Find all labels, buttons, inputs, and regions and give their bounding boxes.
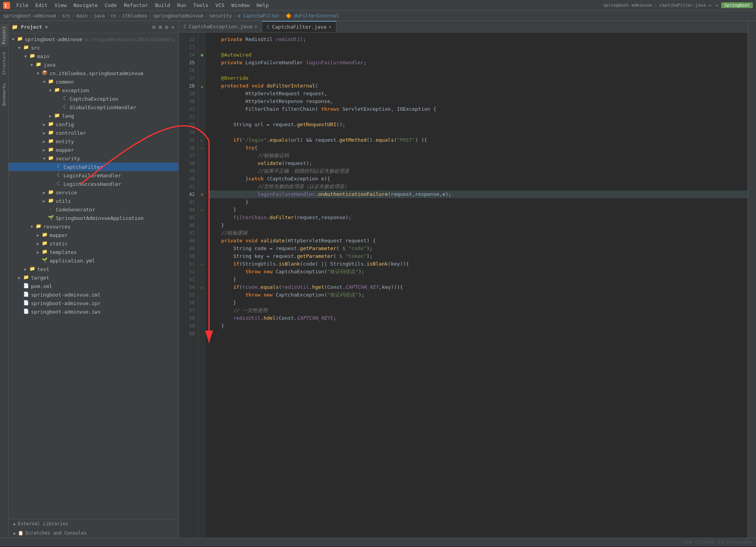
loginsuccesshandler-class-icon: C bbox=[55, 181, 62, 187]
tree-item-java[interactable]: ▼ 📁 java bbox=[9, 60, 178, 69]
menu-window[interactable]: Window bbox=[228, 0, 253, 10]
breadcrumb-cn[interactable]: cn bbox=[111, 13, 116, 19]
menu-vcs[interactable]: VCS bbox=[212, 0, 227, 10]
tree-item-common[interactable]: ▼ 📁 common bbox=[9, 77, 178, 86]
gear-icon[interactable]: ⚙ bbox=[164, 23, 169, 31]
tree-item-pom-xml[interactable]: 📄 pom.xml bbox=[9, 282, 178, 290]
tree-item-package[interactable]: ▼ 📦 cn.itbluebox.springbootadminvue bbox=[9, 69, 178, 77]
captchafilter-class-icon: C bbox=[55, 164, 62, 170]
tree-item-resources[interactable]: ▼ 📁 resources bbox=[9, 222, 178, 231]
tree-label-utils: utils bbox=[56, 198, 71, 204]
code-line-51: if(StringUtils.isBlank(code) || StringUt… bbox=[209, 260, 747, 268]
breadcrumb-itbluebox[interactable]: itbluebox bbox=[122, 13, 147, 19]
close-sidebar-btn[interactable]: ✕ bbox=[171, 23, 175, 31]
tree-item-resources-mapper[interactable]: ▶ 📁 mapper bbox=[9, 231, 178, 239]
tree-item-captchaexception[interactable]: C CaptchaException bbox=[9, 94, 178, 103]
bookmarks-tab[interactable]: Bookmarks bbox=[0, 81, 8, 108]
breadcrumb-project[interactable]: springboot-adminvue bbox=[3, 13, 56, 19]
collapse-all-btn[interactable]: ⊟ bbox=[151, 23, 156, 31]
tree-item-iml[interactable]: 📄 springboot-adminvue.iml bbox=[9, 290, 178, 299]
tab-captchaexception[interactable]: C CaptchaException.java ✕ bbox=[179, 21, 262, 32]
menu-code[interactable]: Code bbox=[102, 0, 120, 10]
menu-help[interactable]: Help bbox=[254, 0, 272, 10]
tree-item-static[interactable]: ▶ 📁 static bbox=[9, 239, 178, 248]
code-line-59: } bbox=[209, 322, 747, 330]
code-editor[interactable]: 22 23 24 25 26 27 28 29 30 31 32 33 34 3… bbox=[179, 33, 747, 538]
tree-item-loginsuccesshandler[interactable]: C LoginSuccessHandler bbox=[9, 180, 178, 188]
tab-captchafilter[interactable]: C CaptchaFilter.java ✕ bbox=[262, 21, 336, 32]
tab-captchaexception-close[interactable]: ✕ bbox=[255, 24, 257, 29]
tree-item-utils[interactable]: ▶ 📁 utils bbox=[9, 197, 178, 205]
tree-label-templates: templates bbox=[50, 249, 77, 255]
tree-item-ipr[interactable]: 📄 springboot-adminvue.ipr bbox=[9, 299, 178, 307]
breadcrumb-src[interactable]: src bbox=[62, 13, 71, 19]
common-folder-icon: 📁 bbox=[47, 79, 54, 85]
tree-item-iws[interactable]: 📄 springboot-adminvue.iws bbox=[9, 307, 178, 316]
menu-view[interactable]: View bbox=[51, 0, 70, 10]
gutter-line42-icon: ⊙ bbox=[198, 190, 206, 198]
tree-item-lang[interactable]: ▶ 📁 lang bbox=[9, 111, 178, 120]
tree-item-src[interactable]: ▼ 📁 src bbox=[9, 43, 178, 52]
tree-item-templates[interactable]: ▶ 📁 templates bbox=[9, 248, 178, 256]
tree-item-globalexception[interactable]: C GlobalExceptionHandler bbox=[9, 103, 178, 111]
tree-item-springbootapp[interactable]: 🌱 SpringbootAdminvueApplication bbox=[9, 214, 178, 222]
menu-build[interactable]: Build bbox=[152, 0, 173, 10]
project-icon: 📁 bbox=[16, 36, 23, 42]
external-libraries-panel[interactable]: ▶ External Libraries bbox=[9, 519, 178, 528]
globalexception-class-icon: C bbox=[61, 104, 68, 110]
structure-tab[interactable]: Structure bbox=[0, 50, 8, 77]
menu-run[interactable]: Run bbox=[174, 0, 189, 10]
tree-label-target: target bbox=[31, 275, 49, 281]
tree-item-exception[interactable]: ▼ 📁 exception bbox=[9, 86, 178, 94]
tree-item-controller[interactable]: ▶ 📁 controller bbox=[9, 129, 178, 137]
tree-item-service[interactable]: ▶ 📁 service bbox=[9, 188, 178, 197]
project-tab[interactable]: Project bbox=[0, 24, 8, 46]
menu-navigate[interactable]: Navigate bbox=[70, 0, 101, 10]
tree-item-mapper[interactable]: ▶ 📁 mapper bbox=[9, 146, 178, 154]
tree-item-target[interactable]: ▶ 📁 target bbox=[9, 273, 178, 282]
code-line-22: private RedisUtil redisUtil; bbox=[209, 36, 747, 43]
gutter-line51-icon: ▷ bbox=[198, 260, 206, 268]
expand-all-btn[interactable]: ⊞ bbox=[158, 23, 163, 31]
code-line-47: //校验逻辑 bbox=[209, 229, 747, 237]
tree-label-captchafilter: CaptchaFilter bbox=[63, 164, 103, 170]
breadcrumb-java[interactable]: java bbox=[94, 13, 105, 19]
code-content[interactable]: private RedisUtil redisUtil; @Autowired … bbox=[206, 33, 747, 538]
nav-back-btn[interactable]: ← bbox=[709, 2, 712, 8]
sidebar-tree: ▼ 📁 springboot-adminvue D:\ProgramWorkSp… bbox=[9, 33, 178, 519]
tree-item-security[interactable]: ▼ 📁 security bbox=[9, 154, 178, 163]
external-libraries-label: External Libraries bbox=[18, 521, 68, 526]
breadcrumb-dofilterinternal[interactable]: 🔶 doFilterInternal bbox=[286, 13, 339, 19]
tree-item-loginfailurehandler[interactable]: C LoginFailureHandler bbox=[9, 171, 178, 180]
tree-item-main[interactable]: ▼ 📁 main bbox=[9, 52, 178, 60]
breadcrumb-springbootadminvue[interactable]: springbootadminvue bbox=[153, 13, 204, 19]
springboot-badge[interactable]: Springboot bbox=[721, 2, 753, 8]
editor-area: C CaptchaException.java ✕ C CaptchaFilte… bbox=[179, 21, 747, 538]
breadcrumb-security[interactable]: security bbox=[209, 13, 232, 19]
breadcrumb-main[interactable]: main bbox=[76, 13, 87, 19]
code-line-46: } bbox=[209, 221, 747, 229]
menu-refactor[interactable]: Refactor bbox=[121, 0, 151, 10]
tree-item-project-root[interactable]: ▼ 📁 springboot-adminvue D:\ProgramWorkSp… bbox=[9, 35, 178, 43]
nav-forward-btn[interactable]: → bbox=[715, 2, 718, 8]
tree-item-application-yml[interactable]: 🌱 application.yml bbox=[9, 256, 178, 265]
scratches-panel[interactable]: ▶ 📋 Scratches and Consoles bbox=[9, 528, 178, 538]
tree-label-pom-xml: pom.xml bbox=[31, 283, 52, 289]
tab-bar: C CaptchaException.java ✕ C CaptchaFilte… bbox=[179, 21, 747, 33]
tab-captchafilter-close[interactable]: ✕ bbox=[329, 24, 331, 29]
tree-item-codegenerator[interactable]: ☆ CodeGenerator bbox=[9, 205, 178, 214]
tree-item-entity[interactable]: ▶ 📁 entity bbox=[9, 137, 178, 146]
tree-label-iws: springboot-adminvue.iws bbox=[31, 309, 101, 315]
menu-tools[interactable]: Tools bbox=[190, 0, 211, 10]
tree-item-config[interactable]: ▶ 📁 config bbox=[9, 120, 178, 129]
code-line-38: validate(request); bbox=[209, 159, 747, 167]
title-bar-title: springboot-adminvue - CaptchaFilter.java bbox=[603, 3, 706, 8]
menu-edit[interactable]: Edit bbox=[32, 0, 50, 10]
breadcrumb-captchafilter[interactable]: ⚙ CaptchaFilter bbox=[238, 13, 279, 19]
scratches-label: Scratches and Consoles bbox=[25, 530, 87, 536]
sidebar: 📁 Project ▼ ⊟ ⊞ ⚙ ✕ ▼ 📁 springboot-admin… bbox=[9, 21, 179, 538]
tree-item-captchafilter[interactable]: C CaptchaFilter bbox=[9, 163, 178, 171]
code-line-54: if(!code.equals(redisUtil.hget(Const.CAP… bbox=[209, 283, 747, 291]
menu-file[interactable]: File bbox=[13, 0, 31, 10]
tree-item-test[interactable]: ▶ 📁 test bbox=[9, 265, 178, 273]
